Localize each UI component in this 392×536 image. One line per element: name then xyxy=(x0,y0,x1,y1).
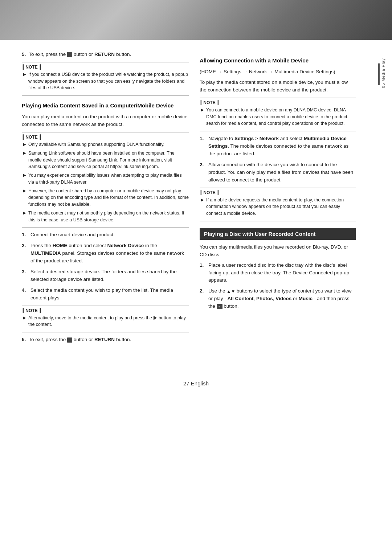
steps-left-list: 1. Connect the smart device and product.… xyxy=(22,231,189,302)
note-box-3: ┃ NOTE ┃ ▶ Alternatively, move to the me… xyxy=(22,306,189,333)
header-banner xyxy=(0,0,392,40)
footer-page-number: 27 xyxy=(183,380,189,386)
note-item-2b: ▶ Samsung Link software should have been… xyxy=(22,150,189,170)
note-arrow-icon: ▶ xyxy=(23,71,26,77)
note-item-2c: ▶ You may experience compatibility issue… xyxy=(22,172,189,186)
note-item-3: ▶ Alternatively, move to the media conte… xyxy=(22,315,189,328)
note-label-2: ┃ NOTE ┃ xyxy=(22,135,189,140)
stop-button-icon-2 xyxy=(67,337,72,343)
right-section-title: Allowing Connection with a Mobile Device xyxy=(200,57,356,65)
right-column: Allowing Connection with a Mobile Device… xyxy=(200,51,356,347)
step5-bottom-num: 5. xyxy=(22,336,26,344)
note-arrow-4-icon: ▶ xyxy=(201,107,204,112)
highlight-intro: You can play multimedia files you have r… xyxy=(200,244,356,259)
play-button-icon xyxy=(154,316,157,320)
note-arrow-3-icon: ▶ xyxy=(23,315,26,320)
footer: 27 English xyxy=(22,373,370,390)
step5-bottom-text: To exit, press the button or RETURN butt… xyxy=(29,336,131,344)
note-item-1: ▶ If you connect a USB device to the pro… xyxy=(22,71,189,91)
note-box-5: ┃ NOTE ┃ ▶ If a mobile device requests t… xyxy=(200,188,356,221)
steps-right-list-2: 1. Place a user recorded disc into the d… xyxy=(200,262,356,311)
note-arrow-2e-icon: ▶ xyxy=(23,210,26,216)
note-label-3: ┃ NOTE ┃ xyxy=(22,308,189,313)
left-section-title: Playing Media Content Saved in a Compute… xyxy=(22,102,189,110)
note-box-2: ┃ NOTE ┃ ▶ Only available with Samsung p… xyxy=(22,132,189,228)
enter-button-icon: e xyxy=(217,304,222,309)
note-label-4: ┃ NOTE ┃ xyxy=(200,100,356,105)
note-item-2d: ▶ However, the content shared by a compu… xyxy=(22,188,189,208)
step-left-4: 4. Select the media content you wish to … xyxy=(22,287,189,302)
step-right-2: 2. Allow connection with the device you … xyxy=(200,161,356,184)
note-arrow-2c-icon: ▶ xyxy=(23,172,26,178)
step-disc-1: 1. Place a user recorded disc into the d… xyxy=(200,262,356,285)
note-box-4: ┃ NOTE ┃ ▶ You can connect to a mobile d… xyxy=(200,98,356,131)
step-left-2: 2. Press the HOME button and select Netw… xyxy=(22,242,189,265)
step5-top: 5. To exit, press the button or RETURN b… xyxy=(22,51,189,58)
note-box-1: ┃ NOTE ┃ ▶ If you connect a USB device t… xyxy=(22,62,189,96)
footer-language: English xyxy=(191,380,209,386)
step5-bottom: 5. To exit, press the button or RETURN b… xyxy=(22,336,189,344)
note-label-5: ┃ NOTE ┃ xyxy=(200,190,356,195)
note-label-1: ┃ NOTE ┃ xyxy=(22,65,189,70)
note-arrow-2d-icon: ▶ xyxy=(23,188,26,193)
right-nav-text: (HOME → Settings → Network → Multimedia … xyxy=(200,68,356,76)
note-arrow-2a-icon: ▶ xyxy=(23,142,26,147)
note-arrow-5-icon: ▶ xyxy=(201,197,204,202)
steps-right-list-1: 1. Navigate to Settings > Network and se… xyxy=(200,135,356,184)
side-label: 05 Media Play xyxy=(378,58,385,88)
note-arrow-2b-icon: ▶ xyxy=(23,150,26,156)
note-item-4: ▶ You can connect to a mobile device on … xyxy=(200,107,356,127)
step-right-1: 1. Navigate to Settings > Network and se… xyxy=(200,135,356,158)
note-item-5: ▶ If a mobile device requests the media … xyxy=(200,197,356,217)
step5-top-text: To exit, press the button or RETURN butt… xyxy=(29,51,131,58)
step5-top-num: 5. xyxy=(22,51,26,58)
left-intro-para: You can play media content on the produc… xyxy=(22,113,189,128)
step-left-3: 3. Select a desired storage device. The … xyxy=(22,268,189,283)
highlight-section-title: Playing a Disc with User Recorded Conten… xyxy=(200,228,356,240)
left-column: 5. To exit, press the button or RETURN b… xyxy=(22,51,189,347)
step-disc-2: 2. Use the ▲▼ buttons to select the type… xyxy=(200,287,356,310)
note-item-2e: ▶ The media content may not smoothly pla… xyxy=(22,210,189,224)
note-item-2a: ▶ Only available with Samsung phones sup… xyxy=(22,141,189,148)
stop-button-icon xyxy=(67,52,72,57)
right-intro-para: To play the media content stored on a mo… xyxy=(200,79,356,94)
updown-arrows-icon: ▲▼ xyxy=(226,288,235,295)
step-left-1: 1. Connect the smart device and product. xyxy=(22,231,189,239)
